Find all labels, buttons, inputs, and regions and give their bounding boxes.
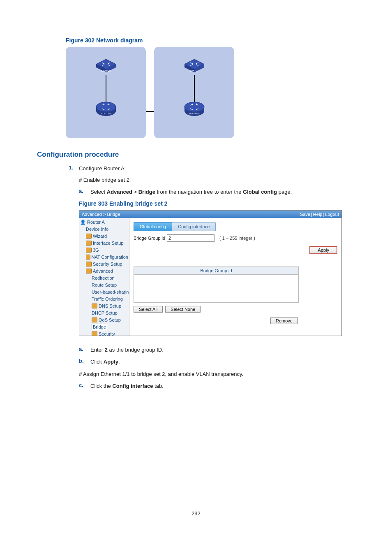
header-links: Save|Help|Logout [300,212,339,217]
substep-letter: b. [79,358,85,366]
diagram-right: SWITCH ROUTER [154,47,234,138]
svg-text:SWITCH: SWITCH [101,70,111,72]
content-panel: Global config Config interface Bridge Gr… [129,218,341,336]
tree-item-3g[interactable]: 3G [86,247,128,254]
help-link[interactable]: Help [313,212,323,217]
folder-icon [92,317,97,322]
tree-sub-dhcp[interactable]: DHCP Setup [92,310,128,317]
save-link[interactable]: Save [300,212,310,217]
form-row: Bridge Group id ( 1 – 255 integer ) [134,234,337,242]
router-icon: ROUTER [95,100,118,118]
folder-icon [86,241,92,246]
remove-button[interactable]: Remove [270,317,298,324]
router-icon: ROUTER [183,100,206,118]
network-diagram: SWITCH ROUTER SWITCH [66,47,355,138]
tree-item-security-setup[interactable]: Security Setup [86,261,128,268]
comment-line: # Enable bridge set 2. [79,176,355,184]
tree-item-nat[interactable]: NAT Configuration [86,254,128,261]
tab-config-interface[interactable]: Config interface [172,222,216,231]
tree-sub-user-sharing[interactable]: User-based-sharin [92,289,128,296]
substep-a: a. Select Advanced > Bridge from the nav… [79,188,355,196]
section-title: Configuration procedure [37,151,355,159]
folder-icon [92,304,97,308]
substep-a2: a. Enter 2 as the bridge group ID. [79,346,355,354]
tree-sub-route[interactable]: Route Setup [92,282,128,289]
tab-global-config[interactable]: Global config [134,222,172,231]
switch-icon: SWITCH [95,58,118,75]
folder-icon [86,255,90,260]
breadcrumb: Advanced > Bridge [82,212,120,217]
svg-text:ROUTER: ROUTER [189,112,200,115]
svg-point-4 [96,102,116,112]
svg-text:SWITCH: SWITCH [189,70,199,72]
nav-tree: 👤 Router A Device Info Wizard Interface … [79,218,129,336]
tabs: Global config Config interface [134,222,337,231]
tree-item-wizard[interactable]: Wizard [86,233,128,240]
folder-icon [86,262,92,266]
substep-text: Click Apply. [90,358,355,366]
step-1: 1. Configure Router A: [66,165,355,173]
svg-text:ROUTER: ROUTER [101,112,111,115]
tree-item-device-info[interactable]: Device Info [86,226,128,233]
tree-sub-bridge[interactable]: Bridge [92,324,128,331]
breadcrumb-bar: Advanced > Bridge Save|Help|Logout [79,211,341,218]
svg-point-10 [184,102,204,112]
tree-root[interactable]: 👤 Router A [80,220,128,225]
tree-item-advanced[interactable]: Advanced [86,268,128,275]
device-icon: 👤 [80,220,86,225]
field-label: Bridge Group id [134,236,165,241]
grid: Bridge Group id [134,266,299,303]
substep-letter: a. [79,346,85,354]
comment-line: # Assign Ethernet 1/1 to bridge set 2, a… [79,370,355,378]
substep-letter: c. [79,382,85,390]
grid-header: Bridge Group id [134,267,298,275]
logout-link[interactable]: Logout [325,212,339,217]
folder-icon [86,248,92,253]
folder-icon [92,331,97,336]
tree-sub-security[interactable]: Security [92,331,128,336]
substep-text: Select Advanced > Bridge from the naviga… [90,188,355,196]
page-number: 292 [0,510,392,517]
folder-icon [86,234,92,239]
figure-302-caption: Figure 302 Network diagram [66,37,355,44]
figure-303-caption: Figure 303 Enabling bridge set 2 [79,200,355,207]
substep-text: Click the Config interface tab. [90,382,355,390]
screenshot-panel: Advanced > Bridge Save|Help|Logout 👤 Rou… [79,210,342,336]
tree-sub-dns[interactable]: DNS Setup [92,303,128,310]
substep-c2: c. Click the Config interface tab. [79,382,355,390]
step-text: Configure Router A: [79,165,355,173]
select-all-button[interactable]: Select All [134,306,163,313]
apply-button[interactable]: Apply [309,246,337,254]
bridge-group-id-input[interactable] [167,234,214,242]
folder-icon [86,269,92,273]
diagram-left: SWITCH ROUTER [66,47,146,138]
tree-sub-qos[interactable]: QoS Setup [92,317,128,324]
substep-b2: b. Click Apply. [79,358,355,366]
tree-sub-redirection[interactable]: Redirection [92,275,128,282]
field-hint: ( 1 – 255 integer ) [219,236,255,241]
substep-text: Enter 2 as the bridge group ID. [90,346,355,354]
tree-item-interface-setup[interactable]: Interface Setup [86,240,128,247]
substep-letter: a. [79,188,85,196]
step-number: 1. [66,165,73,173]
select-none-button[interactable]: Select None [165,306,201,313]
tree-sub-traffic[interactable]: Traffic Ordering [92,296,128,303]
switch-icon: SWITCH [183,58,206,75]
